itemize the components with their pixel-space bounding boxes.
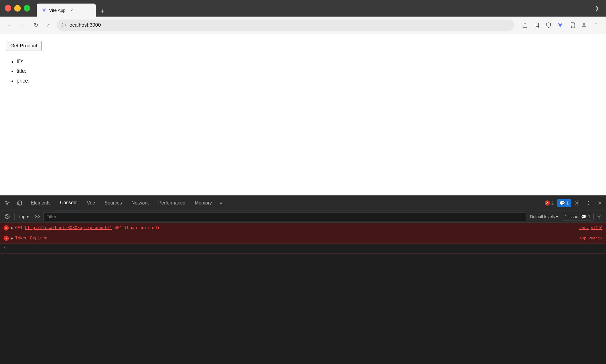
console-error-message-2: Token Expired xyxy=(15,236,576,241)
extensions-button[interactable] xyxy=(567,20,578,30)
address-bar: ← → ↻ ⌂ ⓘ localhost:3000 xyxy=(0,17,606,34)
home-button[interactable]: ⌂ xyxy=(44,20,54,30)
page-content: Get Product ID: title: price: xyxy=(0,34,606,195)
console-source-2[interactable]: App.vue:12 xyxy=(579,236,602,241)
issues-text: 1 Issue: xyxy=(565,214,579,219)
tab-sources[interactable]: Sources xyxy=(100,196,127,210)
filter-input[interactable] xyxy=(46,214,523,219)
reload-button[interactable]: ↻ xyxy=(31,20,41,30)
list-item-title: title: xyxy=(17,66,600,76)
expand-icon[interactable]: ❯ xyxy=(592,4,601,13)
levels-dropdown-icon: ▾ xyxy=(556,214,558,219)
maximize-window-button[interactable] xyxy=(24,5,30,12)
console-input-row[interactable]: › xyxy=(0,244,606,254)
issues-count: 1 xyxy=(588,214,590,219)
svg-point-6 xyxy=(20,204,20,204)
tab-memory[interactable]: Memory xyxy=(190,196,217,210)
devtools-panel: Elements Console Vue Sources Network Per… xyxy=(0,195,606,364)
forward-icon: → xyxy=(20,22,25,28)
toolbar-divider xyxy=(14,213,14,220)
tab-console[interactable]: Console xyxy=(55,196,82,210)
svg-point-8 xyxy=(588,201,589,202)
tab-elements[interactable]: Elements xyxy=(26,196,55,210)
address-input[interactable]: ⓘ localhost:3000 xyxy=(57,20,514,31)
minimize-window-button[interactable] xyxy=(14,5,21,12)
list-item-id: ID: xyxy=(17,57,600,66)
tab-title: Vite App xyxy=(49,8,66,13)
error-text-1: (Unauthorized) xyxy=(125,226,159,230)
bookmark-button[interactable] xyxy=(531,20,542,30)
svg-point-1 xyxy=(596,23,597,24)
error-count-badge[interactable]: ✕ 2 xyxy=(542,199,556,207)
issues-message-icon: 💬 xyxy=(581,214,586,219)
back-icon: ← xyxy=(7,22,12,28)
devtools-more-button[interactable] xyxy=(584,198,594,208)
chrome-menu-button[interactable] xyxy=(591,20,601,30)
eye-button[interactable] xyxy=(33,212,42,221)
tab-bar: Vite App × + xyxy=(37,0,589,17)
profile-avatar[interactable] xyxy=(579,20,589,30)
filter-input-wrap xyxy=(43,212,526,221)
svg-point-16 xyxy=(599,216,600,217)
forward-button[interactable]: → xyxy=(18,20,28,30)
devtools-device-toggle-button[interactable] xyxy=(14,197,25,209)
profile-guard-icon[interactable] xyxy=(543,20,554,30)
more-tabs-button[interactable]: » xyxy=(217,196,225,210)
get-product-button[interactable]: Get Product xyxy=(6,41,42,51)
devtools-select-element-button[interactable] xyxy=(2,197,13,209)
tab-network[interactable]: Network xyxy=(127,196,154,210)
toolbar-actions xyxy=(520,20,601,30)
error-dot: ✕ xyxy=(545,200,550,206)
error-url-1[interactable]: http://localhost:8080/api/product/1 xyxy=(25,226,112,230)
console-source-1[interactable]: xhr.js:210 xyxy=(579,226,602,230)
title-bar-end: ❯ xyxy=(592,4,601,13)
console-toolbar: top ▾ Default levels ▾ 1 Issue: 💬 1 xyxy=(0,210,606,223)
back-button[interactable]: ← xyxy=(5,20,15,30)
svg-point-3 xyxy=(596,27,597,28)
message-count-label: 1 xyxy=(566,201,569,205)
svg-point-0 xyxy=(583,23,585,25)
prompt-caret-icon: › xyxy=(4,246,6,251)
expand-arrow-1[interactable]: ▶ xyxy=(11,226,13,230)
svg-line-14 xyxy=(6,215,9,218)
console-error-message-1: GET http://localhost:8080/api/product/1 … xyxy=(15,226,576,230)
info-icon: ⓘ xyxy=(62,22,66,28)
svg-point-10 xyxy=(588,204,589,205)
devtools-settings-button[interactable] xyxy=(572,198,582,208)
issues-badge[interactable]: 1 Issue: 💬 1 xyxy=(562,213,594,220)
devtools-tab-bar: Elements Console Vue Sources Network Per… xyxy=(0,196,606,210)
home-icon: ⌂ xyxy=(47,22,51,28)
tab-close-button[interactable]: × xyxy=(69,7,75,13)
levels-label: Default levels xyxy=(530,214,555,219)
error-code-1: 401 xyxy=(115,226,125,230)
expand-arrow-2[interactable]: ▶ xyxy=(11,236,13,241)
product-info-list: ID: title: price: xyxy=(6,57,600,86)
tab-vue[interactable]: Vue xyxy=(82,196,100,210)
devtools-end-actions: ✕ 2 💬 1 xyxy=(542,198,605,208)
message-count-badge[interactable]: 💬 1 xyxy=(557,199,571,207)
svg-point-2 xyxy=(596,25,597,26)
error-count-label: 2 xyxy=(551,200,554,205)
console-output: ✕ ▶ GET http://localhost:8080/api/produc… xyxy=(0,223,606,364)
traffic-lights xyxy=(5,5,30,12)
console-clear-button[interactable] xyxy=(2,212,12,221)
close-window-button[interactable] xyxy=(5,5,11,12)
context-dropdown-icon: ▾ xyxy=(27,214,29,219)
devtools-close-button[interactable] xyxy=(595,198,605,208)
new-tab-button[interactable]: + xyxy=(97,6,108,17)
console-settings-button[interactable] xyxy=(595,212,604,221)
url-text: localhost:3000 xyxy=(68,22,510,28)
reload-icon: ↻ xyxy=(34,22,38,28)
svg-point-15 xyxy=(37,216,38,217)
console-error-row-2[interactable]: ✕ ▶ Token Expired App.vue:12 xyxy=(0,233,606,244)
default-levels-select[interactable]: Default levels ▾ xyxy=(528,213,560,220)
vite-extension-icon[interactable] xyxy=(555,20,566,30)
tab-performance[interactable]: Performance xyxy=(154,196,190,210)
console-error-row-1[interactable]: ✕ ▶ GET http://localhost:8080/api/produc… xyxy=(0,223,606,233)
share-button[interactable] xyxy=(520,20,530,30)
console-prompt: › xyxy=(4,246,6,251)
active-tab[interactable]: Vite App × xyxy=(37,4,96,17)
error-x-icon-2: ✕ xyxy=(4,236,9,241)
browser-window: Vite App × + ❯ ← → ↻ ⌂ ⓘ localhost:3000 xyxy=(0,0,606,364)
context-select[interactable]: top ▾ xyxy=(17,213,31,220)
